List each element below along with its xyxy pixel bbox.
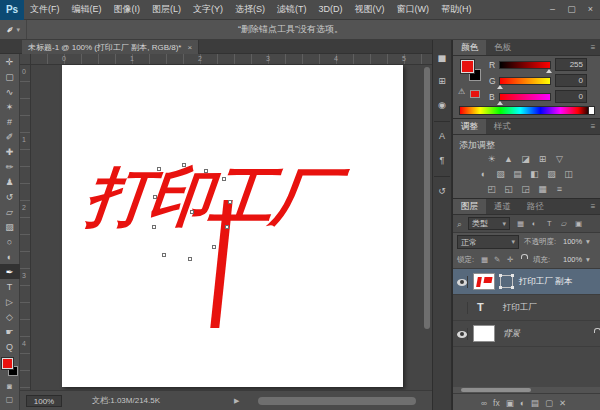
path-selection-tool[interactable]: ▷ [0, 294, 20, 309]
blue-value-field[interactable]: 0 [555, 90, 587, 103]
shape-tool[interactable]: ◇ [0, 309, 20, 324]
path-anchor-point[interactable] [182, 163, 186, 167]
path-anchor-point[interactable] [225, 225, 229, 229]
type-tool[interactable]: T [0, 279, 20, 294]
menu-select[interactable]: 选择(S) [229, 0, 271, 19]
paragraph-panel-icon[interactable]: ¶ [433, 149, 451, 170]
photo-filter-icon[interactable]: ◧ [526, 167, 543, 180]
fill-value[interactable]: 100% [563, 251, 582, 269]
lasso-tool[interactable]: ∿ [0, 84, 20, 99]
filter-smart-object-icon[interactable]: ▣ [575, 215, 582, 233]
blue-slider[interactable] [499, 93, 551, 101]
path-anchor-point[interactable] [212, 245, 216, 249]
history-brush-tool[interactable]: ↺ [0, 189, 20, 204]
clone-stamp-tool[interactable]: ♟ [0, 174, 20, 189]
red-slider[interactable] [499, 61, 551, 69]
path-anchor-point[interactable] [188, 257, 192, 261]
histogram-panel-icon[interactable]: ▅ [433, 46, 451, 67]
tab-close-icon[interactable]: × [187, 43, 192, 52]
visibility-toggle[interactable] [456, 328, 468, 340]
visibility-toggle[interactable] [456, 276, 468, 288]
blend-mode-dropdown[interactable]: 正常 ▾ [457, 235, 519, 249]
canvas-page[interactable]: 打印工厂 [62, 65, 403, 387]
levels-icon[interactable]: ▲ [500, 152, 517, 165]
selective-color-icon[interactable]: ≡ [551, 182, 568, 195]
path-anchor-point[interactable] [162, 253, 166, 257]
green-value-field[interactable]: 0 [555, 74, 587, 87]
posterize-icon[interactable]: ◱ [500, 182, 517, 195]
navigator-panel-icon[interactable]: ⊞ [433, 70, 451, 91]
tab-swatches[interactable]: 色板 [486, 40, 519, 55]
ruler-origin[interactable] [20, 54, 31, 65]
layer-thumbnail[interactable] [473, 325, 495, 342]
status-flyout-icon[interactable]: ▶ [234, 391, 239, 410]
screen-mode-button[interactable]: ▢ [0, 393, 20, 406]
panel-menu-icon[interactable]: ≡ [585, 199, 600, 214]
gamut-warning-swatch[interactable] [470, 90, 480, 98]
zoom-tool[interactable]: Q [0, 339, 20, 354]
tab-paths[interactable]: 路径 [519, 199, 552, 214]
close-button[interactable]: × [581, 0, 600, 19]
path-anchor-point[interactable] [190, 210, 194, 214]
color-spectrum-ramp[interactable] [459, 106, 595, 115]
green-slider[interactable] [499, 77, 551, 85]
foreground-color-swatch[interactable] [2, 358, 13, 369]
pen-tool[interactable]: ✒ [0, 264, 20, 279]
green-slider-handle[interactable] [497, 85, 503, 89]
filter-adjustment-icon[interactable]: ◐ [532, 215, 537, 233]
blur-tool[interactable]: ○ [0, 234, 20, 249]
brightness-contrast-icon[interactable]: ☀ [483, 152, 500, 165]
tab-layers[interactable]: 图层 [453, 199, 486, 214]
eyedropper-tool[interactable]: ✐ [0, 129, 20, 144]
opacity-value[interactable]: 100% [563, 233, 582, 251]
menu-window[interactable]: 窗口(W) [391, 0, 436, 19]
panel-menu-icon[interactable]: ≡ [585, 40, 600, 55]
filter-pixel-icon[interactable]: ▦ [517, 215, 524, 233]
filter-type-icon[interactable]: T [547, 215, 552, 233]
color-lookup-icon[interactable]: ◫ [560, 167, 577, 180]
menu-layer[interactable]: 图层(L) [146, 0, 187, 19]
quick-mask-button[interactable]: ◙ [0, 380, 20, 393]
layer-row-copy[interactable]: 打印工厂 副本 [453, 269, 600, 295]
crop-tool[interactable]: # [0, 114, 20, 129]
vector-mask-icon[interactable] [500, 275, 513, 288]
layer-style-button[interactable]: fx [493, 398, 500, 408]
maximize-button[interactable]: ▢ [562, 0, 581, 19]
vibrance-icon[interactable]: ▽ [551, 152, 568, 165]
new-group-button[interactable]: ▤ [531, 398, 539, 408]
menu-3d[interactable]: 3D(D) [313, 0, 349, 19]
color-balance-icon[interactable]: ▧ [492, 167, 509, 180]
delete-layer-button[interactable]: ✕ [559, 398, 566, 408]
minimize-button[interactable]: – [543, 0, 562, 19]
panel-menu-icon[interactable]: ≡ [585, 119, 600, 134]
tool-preset-picker[interactable]: ✒ ▾ [0, 20, 27, 39]
tab-styles[interactable]: 样式 [486, 119, 519, 134]
history-panel-icon[interactable]: ↺ [433, 180, 451, 201]
gradient-tool[interactable]: ▨ [0, 219, 20, 234]
healing-brush-tool[interactable]: ✚ [0, 144, 20, 159]
threshold-icon[interactable]: ◲ [517, 182, 534, 195]
hue-saturation-icon[interactable]: ◐ [475, 167, 492, 180]
brush-tool[interactable]: ✏ [0, 159, 20, 174]
chevron-down-icon[interactable]: ▾ [586, 251, 590, 269]
curves-icon[interactable]: ◪ [517, 152, 534, 165]
tab-adjustments[interactable]: 调整 [453, 119, 486, 134]
marquee-tool[interactable]: ▢ [0, 69, 20, 84]
path-anchor-point[interactable] [153, 195, 157, 199]
red-slider-handle[interactable] [546, 69, 552, 73]
blue-slider-handle[interactable] [497, 101, 503, 105]
layer-row-background[interactable]: 背景 [453, 321, 600, 347]
foreground-color-swatch[interactable] [461, 60, 474, 73]
chevron-down-icon[interactable]: ▾ [586, 233, 590, 251]
eraser-tool[interactable]: ▱ [0, 204, 20, 219]
visibility-toggle[interactable] [456, 302, 468, 314]
white-chip[interactable] [588, 106, 595, 115]
info-panel-icon[interactable]: ◉ [433, 94, 451, 115]
path-anchor-point[interactable] [157, 167, 161, 171]
zoom-level-field[interactable]: 100% [26, 395, 62, 407]
filter-shape-icon[interactable]: ▱ [561, 215, 567, 233]
red-value-field[interactable]: 255 [555, 58, 587, 71]
black-white-icon[interactable]: ▤ [509, 167, 526, 180]
layers-horizontal-scrollbar[interactable] [461, 388, 531, 392]
path-anchor-point[interactable] [222, 177, 226, 181]
